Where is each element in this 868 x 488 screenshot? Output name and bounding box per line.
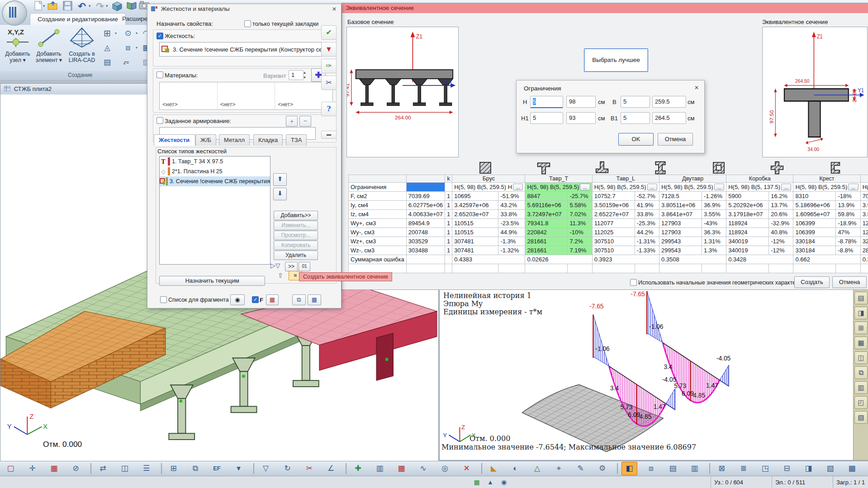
table-cell[interactable]: 106399 [793, 219, 836, 228]
ok-button[interactable]: OK [618, 133, 654, 146]
table-cell[interactable]: 0.3508 [659, 255, 726, 264]
table-cell[interactable]: H(5, 98) B(5, 259.5)... [793, 183, 860, 192]
columns-icon[interactable]: ◫ [117, 462, 133, 475]
table-cell[interactable]: 3.93675e+06 [860, 201, 868, 210]
box-select-icon[interactable]: ⊠ [714, 462, 730, 475]
table-cell[interactable]: 303529 [406, 237, 445, 246]
undo-icon[interactable]: ↶ [76, 1, 88, 11]
report-icon[interactable]: ▧ [854, 411, 868, 424]
table-cell[interactable]: -1.31% [635, 237, 659, 246]
table-cell[interactable]: 3.42597e+06 [452, 201, 498, 210]
table-cell[interactable]: 1 [445, 228, 452, 237]
eye-icon[interactable]: ◉ [230, 294, 245, 305]
edit-button[interactable]: Изменить... [274, 221, 318, 230]
h-max-input[interactable]: 98 [566, 96, 596, 108]
table-cell[interactable]: 8310 [793, 192, 836, 201]
table-cell[interactable]: 1.60965e+07 [793, 210, 836, 219]
table-cell[interactable]: 10695 [452, 192, 498, 201]
snapshot-icon[interactable]: ▤ [854, 292, 868, 304]
rows-icon[interactable]: ▥ [687, 462, 702, 475]
stiffness-type-list[interactable]: T1. Тавр_Т 34 X 97.5◇2*1. Пластина Н 253… [159, 156, 270, 265]
table-cell[interactable]: 43.2% [498, 201, 525, 210]
status-up-icon[interactable]: ▲ [485, 478, 496, 487]
table-cell[interactable]: 340019 [726, 237, 769, 246]
table-cell[interactable]: 340019 [726, 246, 769, 255]
copy-button[interactable]: Копировать [274, 241, 318, 250]
table-cell[interactable]: 281661 [525, 237, 568, 246]
use-initial-checkbox[interactable] [630, 279, 637, 286]
table-cell[interactable]: 44.9% [498, 228, 525, 237]
status-eye-icon[interactable]: ◉ [498, 478, 509, 487]
table-cell[interactable]: 307481 [452, 237, 498, 246]
move-up-icon[interactable]: ⬆ [273, 173, 287, 186]
table-cell[interactable]: 36.9% [702, 201, 726, 210]
red-table-icon[interactable]: ▦ [266, 294, 279, 305]
tab-masonry[interactable]: Кладка [253, 134, 283, 146]
book-icon[interactable] [126, 1, 138, 11]
table-cell[interactable]: 325335 [860, 237, 868, 246]
filter-funnel-icon[interactable]: ▼ [321, 42, 337, 57]
cylinder-icon[interactable]: ⊙ [121, 28, 135, 39]
lamp-icon[interactable]: ◐ [508, 462, 523, 475]
b1-max-input[interactable]: 264.5 [652, 112, 686, 124]
current-tab-only-checkbox[interactable] [244, 20, 251, 27]
table-cell[interactable]: 13.9% [836, 201, 860, 210]
filter-icon[interactable]: ▽ [258, 462, 274, 475]
table-cell[interactable]: 1.31% [702, 237, 726, 246]
table-cell[interactable]: 13.7% [769, 201, 793, 210]
table-cell[interactable]: 5900 [726, 192, 769, 201]
table-cell[interactable]: 16.2% [769, 192, 793, 201]
target-icon[interactable]: ⌖ [551, 462, 567, 475]
table-cell[interactable]: 126992 [860, 228, 868, 237]
reinforcement-add-button[interactable]: ＋ [286, 116, 298, 127]
table-cell[interactable]: 303488 [406, 246, 445, 255]
table-cell[interactable]: 307510 [592, 246, 635, 255]
dense-grid-icon[interactable]: ▩ [844, 462, 860, 475]
table-cell[interactable]: -1.26% [702, 192, 726, 201]
split-view-icon[interactable]: ◫ [854, 351, 868, 364]
table-cell[interactable]: 1 [445, 201, 452, 210]
table-cell[interactable]: 3.55% [702, 210, 726, 219]
model-cube-icon[interactable] [111, 1, 123, 11]
table-cell[interactable]: 281661 [525, 246, 568, 255]
table-cell[interactable]: -52.7% [635, 192, 659, 201]
lines-icon[interactable]: ≣ [735, 462, 751, 475]
table-cell[interactable]: 7128.5 [659, 192, 702, 201]
frame-icon[interactable]: ⊞ [100, 28, 114, 39]
table-cell[interactable]: 5.58% [568, 201, 592, 210]
delete-button[interactable]: Удалить [274, 251, 318, 260]
add-mesh-icon[interactable]: ⊞ [166, 462, 181, 475]
table-cell[interactable]: -25.7% [568, 192, 592, 201]
table-cell[interactable]: 10752.7 [592, 192, 635, 201]
table-cell[interactable]: H(5, 98) B(5, 259.5)... [860, 183, 868, 192]
collapse-strip-icon[interactable]: ▬ [321, 131, 337, 139]
table-cell[interactable]: -25.3% [635, 219, 659, 228]
copy-sheet-icon[interactable]: ⧉ [292, 294, 306, 305]
move-cube-icon[interactable]: ⧈ [121, 42, 135, 54]
deselect-icon[interactable]: ⊘ [68, 462, 84, 475]
table-cell[interactable]: 59.8% [836, 210, 860, 219]
table-cell[interactable]: -23.5% [498, 219, 525, 228]
table-cell[interactable]: 41.9% [635, 201, 659, 210]
ef-elements-icon[interactable]: EF [209, 462, 225, 475]
table-cell[interactable]: 1 [445, 210, 452, 219]
table-cell[interactable]: H(5, 98) B(5, 137.5)... [726, 183, 793, 192]
table-cell[interactable]: 79341.8 [525, 219, 568, 228]
settings-gear-icon[interactable]: ⚙ [594, 462, 610, 475]
cylinder-caret-icon[interactable]: ▾ [136, 31, 138, 35]
building-icon[interactable]: ▤ [100, 57, 114, 68]
mirror-icon[interactable]: ⇄ [95, 462, 111, 475]
table-cell[interactable]: 330184 [793, 246, 836, 255]
table-cell[interactable] [406, 255, 445, 264]
table-cell[interactable]: 110515 [452, 228, 498, 237]
table-cell[interactable]: 2.65227e+07 [592, 210, 635, 219]
angle-icon[interactable]: ∠ [323, 462, 339, 475]
table-cell[interactable]: 1 [445, 219, 452, 228]
presentation-cube-icon[interactable]: ◧ [621, 462, 637, 475]
table-cell[interactable]: H(5, 98) B(5, 259.5)... [592, 183, 659, 192]
dot-box-icon[interactable]: ⊡ [866, 462, 868, 475]
table-cell[interactable]: -8.78% [836, 237, 860, 246]
choose-best-button[interactable]: Выбрать лучшее [584, 48, 648, 72]
chart-columns-icon[interactable]: ▥ [372, 462, 388, 475]
table-cell[interactable]: 299543 [659, 246, 702, 255]
